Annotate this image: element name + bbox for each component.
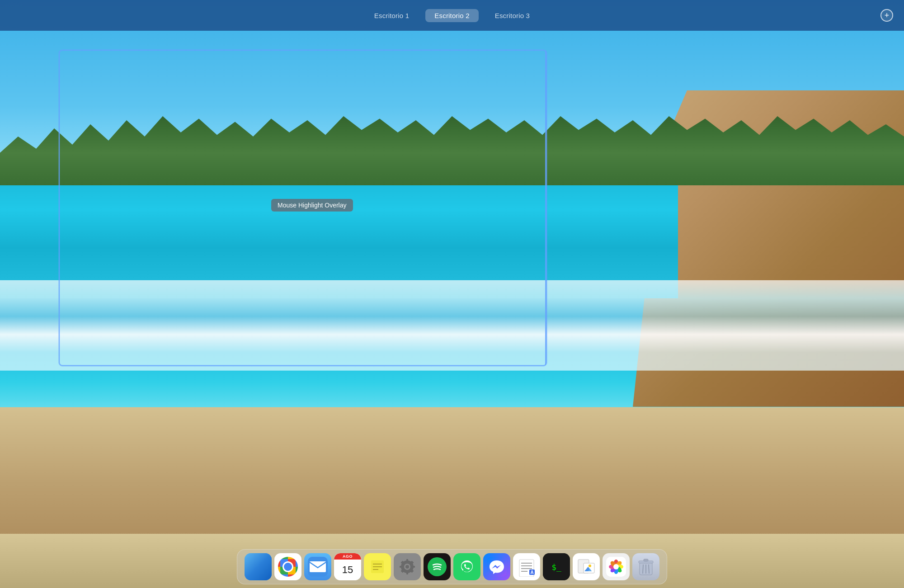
dock-item-finder[interactable]	[245, 553, 272, 580]
dock-item-mail[interactable]	[304, 553, 331, 580]
dock-item-terminal[interactable]: $_	[543, 553, 570, 580]
dock-item-textedit[interactable]: A	[513, 553, 540, 580]
dock-item-photos[interactable]	[603, 553, 630, 580]
svg-point-53	[613, 564, 619, 569]
calendar-month: AGO	[334, 553, 361, 560]
mission-control-bar: Escritorio 1 Escritorio 2 Escritorio 3 +	[0, 0, 904, 31]
svg-rect-21	[400, 566, 402, 568]
svg-point-2	[252, 562, 259, 570]
svg-point-3	[258, 562, 264, 570]
tooltip-text: Mouse Highlight Overlay	[278, 202, 347, 209]
svg-point-5	[260, 564, 263, 567]
window-divider	[545, 51, 546, 365]
desktop-tab-2[interactable]: Escritorio 2	[425, 9, 478, 22]
svg-rect-22	[412, 566, 415, 568]
mouse-highlight-overlay-tooltip: Mouse Highlight Overlay	[271, 199, 353, 212]
svg-line-55	[643, 564, 643, 574]
add-desktop-button[interactable]: +	[880, 9, 893, 22]
desktop-tab-1[interactable]: Escritorio 1	[365, 9, 418, 22]
desktop-tab-3[interactable]: Escritorio 3	[486, 9, 539, 22]
svg-rect-9	[310, 561, 326, 572]
svg-rect-0	[247, 555, 269, 578]
dock-item-chrome[interactable]	[274, 553, 301, 580]
svg-point-7	[261, 564, 263, 567]
svg-point-4	[254, 564, 257, 567]
svg-point-43	[589, 564, 591, 567]
dock-item-whatsapp[interactable]	[453, 553, 480, 580]
dock-item-notes[interactable]	[364, 553, 391, 580]
dock-item-trash[interactable]	[632, 553, 659, 580]
dock-item-messenger[interactable]	[483, 553, 510, 580]
dock-item-spotify[interactable]	[424, 553, 451, 580]
svg-text:A: A	[530, 570, 533, 575]
svg-point-6	[255, 564, 257, 567]
svg-point-18	[405, 565, 409, 569]
svg-rect-19	[406, 559, 408, 562]
dock: AGO 15	[237, 549, 667, 584]
dock-item-calendar[interactable]: AGO 15	[334, 553, 361, 580]
svg-line-57	[649, 564, 649, 574]
svg-rect-59	[644, 559, 648, 561]
dock-item-settings[interactable]	[394, 553, 421, 580]
sand-beach	[0, 407, 904, 534]
calendar-day: 15	[334, 560, 361, 580]
svg-rect-20	[406, 572, 408, 574]
dock-item-preview[interactable]	[573, 553, 600, 580]
svg-point-1	[250, 560, 267, 575]
